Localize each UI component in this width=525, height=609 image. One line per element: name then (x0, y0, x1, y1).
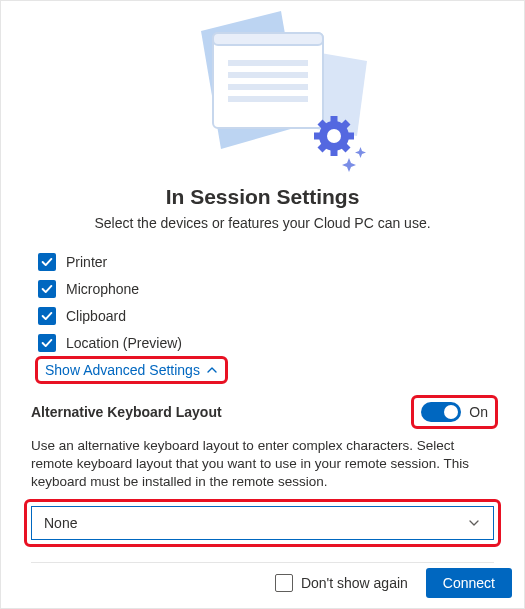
checkbox-label: Clipboard (66, 308, 126, 324)
alt-keyboard-toggle[interactable] (421, 402, 461, 422)
alt-keyboard-description: Use an alternative keyboard layout to en… (31, 437, 494, 492)
page-subtitle: Select the devices or features your Clou… (31, 215, 494, 231)
dialog-footer: Don't show again Connect (275, 568, 512, 598)
check-icon (38, 334, 56, 352)
checkbox-printer[interactable]: Printer (38, 253, 494, 271)
alt-keyboard-title: Alternative Keyboard Layout (31, 404, 222, 420)
connect-button[interactable]: Connect (426, 568, 512, 598)
svg-point-13 (327, 129, 341, 143)
svg-rect-7 (228, 96, 308, 102)
footer-divider (31, 562, 494, 563)
select-value: None (44, 515, 77, 531)
toggle-knob (444, 405, 458, 419)
check-icon (38, 307, 56, 325)
show-advanced-wrap: Show Advanced Settings (41, 361, 222, 379)
show-advanced-link[interactable]: Show Advanced Settings (41, 362, 222, 378)
toggle-state-label: On (469, 404, 488, 420)
check-icon (38, 280, 56, 298)
checkbox-label: Location (Preview) (66, 335, 182, 351)
hero-illustration (31, 11, 494, 181)
svg-rect-4 (228, 60, 308, 66)
checkbox-location[interactable]: Location (Preview) (38, 334, 494, 352)
chevron-down-icon (467, 516, 481, 530)
keyboard-layout-select[interactable]: None (31, 506, 494, 540)
alt-keyboard-toggle-wrap: On (415, 399, 494, 425)
dont-show-label: Don't show again (301, 575, 408, 591)
checkbox-clipboard[interactable]: Clipboard (38, 307, 494, 325)
checkbox-label: Microphone (66, 281, 139, 297)
svg-rect-5 (228, 72, 308, 78)
page-title: In Session Settings (31, 185, 494, 209)
svg-rect-2 (213, 33, 323, 128)
dont-show-again-checkbox[interactable]: Don't show again (275, 574, 408, 592)
svg-rect-3 (213, 33, 323, 45)
checkbox-empty-icon (275, 574, 293, 592)
device-checklist: Printer Microphone Clipboard Location (P… (31, 253, 494, 379)
check-icon (38, 253, 56, 271)
svg-rect-6 (228, 84, 308, 90)
keyboard-select-wrap: None (31, 506, 494, 540)
chevron-up-icon (206, 364, 218, 376)
show-advanced-text: Show Advanced Settings (45, 362, 200, 378)
checkbox-microphone[interactable]: Microphone (38, 280, 494, 298)
checkbox-label: Printer (66, 254, 107, 270)
